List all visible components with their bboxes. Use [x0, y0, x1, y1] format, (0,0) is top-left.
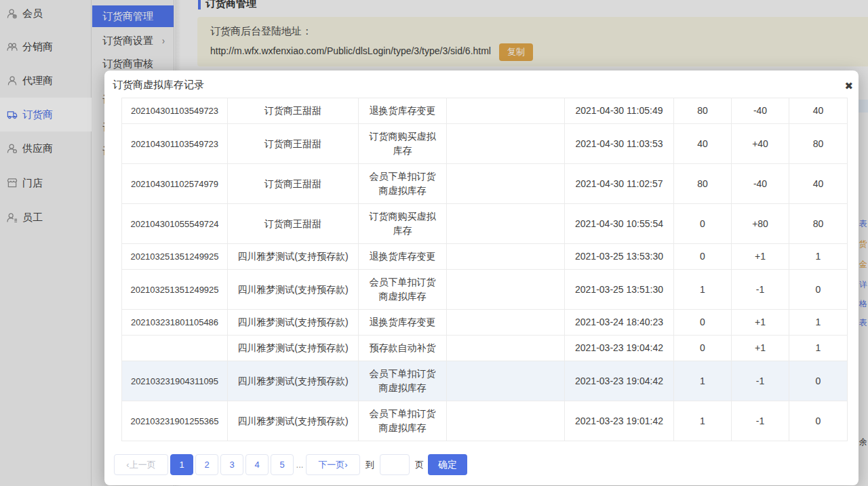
cell-time: 2021-04-30 11:05:49 [565, 98, 674, 124]
cell-order_no [122, 336, 228, 361]
cell-after: 80 [789, 204, 848, 244]
cell-order_no: 202104301103549723 [122, 124, 228, 164]
cell-memo [447, 244, 565, 270]
cell-time: 2021-04-30 11:02:57 [565, 164, 674, 204]
cell-name: 四川雅梦测试(支持预存款) [228, 336, 359, 361]
cell-type: 退换货库存变更 [359, 244, 447, 270]
table-row[interactable]: 202104301103549723订货商王甜甜退换货库存变更2021-04-3… [122, 98, 848, 124]
cell-memo [447, 204, 565, 244]
cell-after: 1 [789, 336, 848, 361]
cell-after: 0 [789, 401, 848, 441]
cell-after: 40 [789, 164, 848, 204]
cell-time: 2021-03-23 19:04:42 [565, 361, 674, 401]
cell-name: 订货商王甜甜 [228, 164, 359, 204]
cell-before: 1 [674, 401, 732, 441]
table-row[interactable]: 202104301103549723订货商王甜甜订货商购买虚拟库存2021-04… [122, 124, 848, 164]
cell-name: 四川雅梦测试(支持预存款) [228, 270, 359, 310]
cell-before: 1 [674, 361, 732, 401]
virtual-stock-modal: 订货商虚拟库存记录 ✖ 202104301103549723订货商王甜甜退换货库… [104, 70, 859, 485]
cell-type: 退换货库存变更 [359, 310, 447, 336]
cell-name: 四川雅梦测试(支持预存款) [228, 310, 359, 336]
cell-before: 1 [674, 270, 732, 310]
cell-time: 2021-03-25 13:53:30 [565, 244, 674, 270]
cell-after: 80 [789, 124, 848, 164]
modal-header: 订货商虚拟库存记录 ✖ [104, 70, 859, 98]
modal-body: 202104301103549723订货商王甜甜退换货库存变更2021-04-3… [121, 98, 847, 475]
table-row[interactable]: 202104301055549724订货商王甜甜订货商购买虚拟库存2021-04… [122, 204, 848, 244]
confirm-button[interactable]: 确定 [428, 454, 467, 475]
cell-order_no: 202104301103549723 [122, 98, 228, 124]
table-row[interactable]: 202103231904311095四川雅梦测试(支持预存款)会员下单扣订货商虚… [122, 361, 848, 401]
cell-order_no: 202103231901255365 [122, 401, 228, 441]
cell-memo [447, 124, 565, 164]
table-row[interactable]: 四川雅梦测试(支持预存款)预存款自动补货2021-03-23 19:04:420… [122, 336, 848, 361]
cell-type: 会员下单扣订货商虚拟库存 [359, 401, 447, 441]
table-row[interactable]: 202103231901255365四川雅梦测试(支持预存款)会员下单扣订货商虚… [122, 401, 848, 441]
cell-order_no: 202104301102574979 [122, 164, 228, 204]
cell-change: -1 [732, 401, 789, 441]
page-button-1[interactable]: 1 [170, 454, 193, 475]
table-row[interactable]: 202103251351249925四川雅梦测试(支持预存款)退换货库存变更20… [122, 244, 848, 270]
cell-after: 1 [789, 244, 848, 270]
jump-page-input[interactable] [380, 454, 410, 475]
cell-order_no: 202104301055549724 [122, 204, 228, 244]
cell-after: 1 [789, 310, 848, 336]
modal-title: 订货商虚拟库存记录 [113, 79, 204, 90]
cell-name: 四川雅梦测试(支持预存款) [228, 361, 359, 401]
cell-memo [447, 336, 565, 361]
cell-memo [447, 361, 565, 401]
cell-before: 0 [674, 336, 732, 361]
page-button-5[interactable]: 5 [271, 454, 294, 475]
cell-before: 0 [674, 310, 732, 336]
cell-type: 会员下单扣订货商虚拟库存 [359, 361, 447, 401]
next-page-button[interactable]: 下一页› [306, 454, 360, 475]
close-icon[interactable]: ✖ [844, 79, 853, 93]
cell-after: 0 [789, 270, 848, 310]
cell-type: 退换货库存变更 [359, 98, 447, 124]
pagination-ellipsis: ... [296, 460, 304, 470]
cell-time: 2021-04-30 11:03:53 [565, 124, 674, 164]
cell-memo [447, 164, 565, 204]
cell-memo [447, 270, 565, 310]
cell-name: 订货商王甜甜 [228, 124, 359, 164]
cell-name: 四川雅梦测试(支持预存款) [228, 401, 359, 441]
prev-page-button[interactable]: ‹上一页 [114, 454, 168, 475]
cell-before: 80 [674, 164, 732, 204]
table-row[interactable]: 202104301102574979订货商王甜甜会员下单扣订货商虚拟库存2021… [122, 164, 848, 204]
cell-time: 2021-03-25 13:51:30 [565, 270, 674, 310]
cell-before: 40 [674, 124, 732, 164]
page-button-2[interactable]: 2 [195, 454, 218, 475]
cell-name: 订货商王甜甜 [228, 204, 359, 244]
cell-type: 订货商购买虚拟库存 [359, 124, 447, 164]
cell-before: 0 [674, 244, 732, 270]
page-unit-label: 页 [415, 459, 424, 471]
cell-type: 预存款自动补货 [359, 336, 447, 361]
cell-before: 80 [674, 98, 732, 124]
cell-memo [447, 310, 565, 336]
cell-type: 会员下单扣订货商虚拟库存 [359, 164, 447, 204]
cell-type: 会员下单扣订货商虚拟库存 [359, 270, 447, 310]
page-button-3[interactable]: 3 [220, 454, 243, 475]
cell-after: 40 [789, 98, 848, 124]
cell-after: 0 [789, 361, 848, 401]
cell-order_no: 202103231904311095 [122, 361, 228, 401]
jump-to-label: 到 [366, 459, 374, 471]
table-row[interactable]: 202103231801105486四川雅梦测试(支持预存款)退换货库存变更20… [122, 310, 848, 336]
cell-time: 2021-03-23 19:01:42 [565, 401, 674, 441]
cell-change: -1 [732, 361, 789, 401]
cell-change: +40 [732, 124, 789, 164]
cell-time: 2021-03-23 19:04:42 [565, 336, 674, 361]
cell-change: +1 [732, 310, 789, 336]
cell-memo [447, 401, 565, 441]
cell-order_no: 202103231801105486 [122, 310, 228, 336]
page-button-4[interactable]: 4 [245, 454, 269, 475]
cell-change: +1 [732, 244, 789, 270]
stock-record-table: 202104301103549723订货商王甜甜退换货库存变更2021-04-3… [121, 98, 848, 441]
cell-memo [447, 98, 565, 124]
cell-time: 2021-03-24 18:40:23 [565, 310, 674, 336]
table-row[interactable]: 202103251351249925四川雅梦测试(支持预存款)会员下单扣订货商虚… [122, 270, 848, 310]
cell-change: -40 [732, 164, 789, 204]
cell-order_no: 202103251351249925 [122, 244, 228, 270]
cell-name: 四川雅梦测试(支持预存款) [228, 244, 359, 270]
cell-change: +80 [732, 204, 789, 244]
